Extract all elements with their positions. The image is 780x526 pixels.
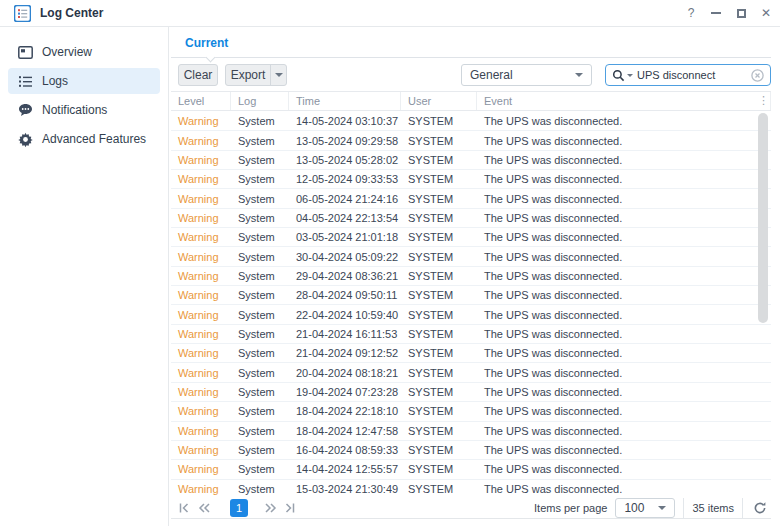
sidebar-item-overview[interactable]: Overview (8, 39, 160, 65)
table-row[interactable]: Warning System 30-04-2024 05:09:22 SYSTE… (171, 247, 771, 266)
column-settings-icon[interactable]: ⋮ (758, 94, 769, 107)
export-button[interactable]: Export (225, 64, 287, 86)
tabbar: Current (171, 27, 771, 58)
table-header: Level Log Time User Event ⋮ (171, 91, 771, 111)
cell-time: 30-04-2024 05:09:22 (289, 251, 401, 263)
search-icon (612, 69, 625, 82)
cell-event: The UPS was disconnected. (477, 173, 771, 185)
overview-icon (18, 46, 33, 59)
active-tab-notch (206, 53, 216, 63)
toolbar: Clear Export General (171, 63, 771, 89)
column-header-time[interactable]: Time (289, 92, 401, 110)
cell-log: System (231, 309, 289, 321)
refresh-icon (753, 501, 767, 515)
previous-page-icon (197, 501, 212, 515)
vertical-scrollbar[interactable] (758, 113, 768, 497)
column-header-level[interactable]: Level (171, 92, 231, 110)
cell-time: 21-04-2024 09:12:52 (289, 347, 401, 359)
first-page-button[interactable] (176, 500, 192, 516)
next-page-button[interactable] (262, 500, 278, 516)
table-row[interactable]: Warning System 20-04-2024 08:18:21 SYSTE… (171, 363, 771, 382)
table-row[interactable]: Warning System 04-05-2024 22:13:54 SYSTE… (171, 209, 771, 228)
page-number-button[interactable]: 1 (230, 499, 248, 517)
column-header-user[interactable]: User (401, 92, 477, 110)
cell-event: The UPS was disconnected. (477, 193, 771, 205)
cell-user: SYSTEM (401, 173, 477, 185)
table-row[interactable]: Warning System 16-04-2024 08:59:33 SYSTE… (171, 441, 771, 460)
table-row[interactable]: Warning System 18-04-2024 12:47:58 SYSTE… (171, 422, 771, 441)
cell-level: Warning (171, 483, 231, 495)
table-row[interactable]: Warning System 21-04-2024 16:11:53 SYSTE… (171, 325, 771, 344)
scrollbar-thumb[interactable] (758, 113, 768, 323)
cell-level: Warning (171, 289, 231, 301)
table-row[interactable]: Warning System 14-05-2024 03:10:37 SYSTE… (171, 112, 771, 131)
cell-event: The UPS was disconnected. (477, 328, 771, 340)
log-center-window: Log Center ? ✕ Overview (0, 0, 780, 526)
search-box[interactable] (605, 64, 771, 86)
previous-page-button[interactable] (196, 500, 212, 516)
cell-level: Warning (171, 115, 231, 127)
help-icon[interactable]: ? (683, 5, 699, 21)
column-header-log[interactable]: Log (231, 92, 289, 110)
maximize-icon[interactable] (733, 5, 749, 21)
cell-time: 29-04-2024 08:36:21 (289, 270, 401, 282)
divider (742, 498, 743, 518)
table-row[interactable]: Warning System 12-05-2024 09:33:53 SYSTE… (171, 170, 771, 189)
first-page-icon (177, 501, 191, 515)
sidebar-item-logs[interactable]: Logs (8, 68, 160, 94)
cell-log: System (231, 347, 289, 359)
table-row[interactable]: Warning System 13-05-2024 09:29:58 SYSTE… (171, 131, 771, 150)
export-dropdown-toggle[interactable] (270, 65, 286, 85)
log-category-select[interactable]: General (461, 64, 592, 86)
table-row[interactable]: Warning System 14-04-2024 12:55:57 SYSTE… (171, 460, 771, 479)
cell-event: The UPS was disconnected. (477, 154, 771, 166)
cell-log: System (231, 386, 289, 398)
cell-event: The UPS was disconnected. (477, 444, 771, 456)
column-header-event[interactable]: Event (477, 92, 771, 110)
table-row[interactable]: Warning System 21-04-2024 09:12:52 SYSTE… (171, 344, 771, 363)
table-row[interactable]: Warning System 18-04-2024 22:18:10 SYSTE… (171, 402, 771, 421)
cell-level: Warning (171, 367, 231, 379)
sidebar-item-advanced-features[interactable]: Advanced Features (8, 126, 160, 152)
tab-current[interactable]: Current (185, 36, 228, 50)
cell-event: The UPS was disconnected. (477, 483, 771, 495)
table-row[interactable]: Warning System 22-04-2024 10:59:40 SYSTE… (171, 305, 771, 324)
minimize-icon[interactable] (708, 5, 724, 21)
table-row[interactable]: Warning System 28-04-2024 09:50:11 SYSTE… (171, 286, 771, 305)
titlebar: Log Center ? ✕ (0, 0, 780, 27)
refresh-button[interactable] (751, 499, 769, 517)
close-icon[interactable]: ✕ (758, 5, 774, 21)
clear-search-icon[interactable] (751, 69, 764, 82)
cell-time: 03-05-2024 21:01:18 (289, 231, 401, 243)
chevron-down-icon (658, 506, 666, 510)
cell-event: The UPS was disconnected. (477, 425, 771, 437)
sidebar-item-label: Overview (42, 45, 92, 59)
last-page-button[interactable] (282, 500, 298, 516)
log-table-body: Warning System 14-05-2024 03:10:37 SYSTE… (171, 112, 771, 498)
cell-time: 04-05-2024 22:13:54 (289, 212, 401, 224)
cell-log: System (231, 251, 289, 263)
cell-time: 21-04-2024 16:11:53 (289, 328, 401, 340)
search-input[interactable] (637, 69, 747, 81)
table-row[interactable]: Warning System 15-03-2024 21:30:49 SYSTE… (171, 480, 771, 498)
cell-user: SYSTEM (401, 115, 477, 127)
cell-log: System (231, 367, 289, 379)
cell-event: The UPS was disconnected. (477, 115, 771, 127)
cell-level: Warning (171, 405, 231, 417)
sidebar-item-label: Notifications (42, 103, 107, 117)
table-row[interactable]: Warning System 13-05-2024 05:28:02 SYSTE… (171, 151, 771, 170)
table-row[interactable]: Warning System 19-04-2024 07:23:28 SYSTE… (171, 383, 771, 402)
table-row[interactable]: Warning System 06-05-2024 21:24:16 SYSTE… (171, 189, 771, 208)
search-scope-caret-icon[interactable] (627, 74, 633, 77)
sidebar-item-notifications[interactable]: Notifications (8, 97, 160, 123)
table-row[interactable]: Warning System 03-05-2024 21:01:18 SYSTE… (171, 228, 771, 247)
cell-user: SYSTEM (401, 135, 477, 147)
cell-level: Warning (171, 231, 231, 243)
clear-button[interactable]: Clear (178, 64, 218, 86)
cell-user: SYSTEM (401, 270, 477, 282)
table-row[interactable]: Warning System 29-04-2024 08:36:21 SYSTE… (171, 267, 771, 286)
cell-event: The UPS was disconnected. (477, 386, 771, 398)
cell-time: 13-05-2024 05:28:02 (289, 154, 401, 166)
cell-user: SYSTEM (401, 309, 477, 321)
items-per-page-select[interactable]: 100 (615, 498, 675, 518)
